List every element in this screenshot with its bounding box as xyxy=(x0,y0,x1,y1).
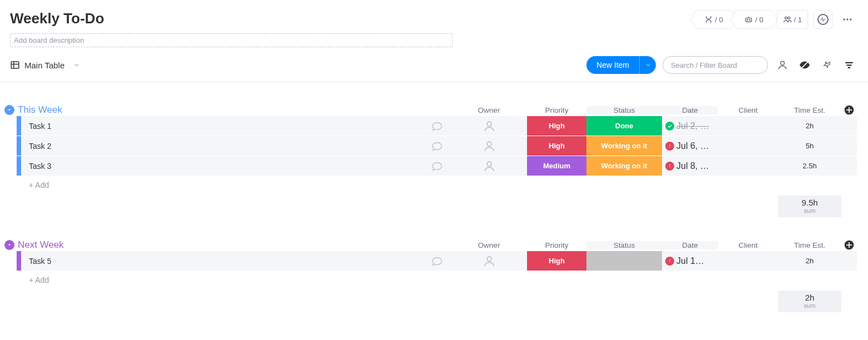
chat-button[interactable] xyxy=(423,156,451,176)
chat-icon xyxy=(431,255,443,267)
automations-badge[interactable]: / 0 xyxy=(736,10,771,29)
group-title[interactable]: Next Week xyxy=(18,239,64,251)
date-value: Jul 8, … xyxy=(676,161,709,171)
column-header-priority[interactable]: Priority xyxy=(527,241,586,249)
add-column-button[interactable] xyxy=(841,239,857,251)
table-row[interactable]: Task 3 Medium Working on it Jul 8, … 2.5… xyxy=(17,156,857,176)
sum-value: 2h xyxy=(778,293,841,302)
more-options-button[interactable] xyxy=(838,10,857,29)
client-cell[interactable] xyxy=(718,116,778,136)
table-row[interactable]: Task 5 High Jul 1… 2h xyxy=(17,251,857,271)
client-cell[interactable] xyxy=(718,136,778,156)
filter-button[interactable] xyxy=(841,57,857,73)
task-name-cell[interactable]: Task 1 xyxy=(21,116,423,136)
status-cell[interactable]: Done xyxy=(586,116,662,136)
column-header-date[interactable]: Date xyxy=(662,106,718,114)
group-collapse-button[interactable] xyxy=(4,240,14,250)
column-header-owner[interactable]: Owner xyxy=(451,241,527,249)
chevron-down-icon xyxy=(7,107,12,113)
status-cell[interactable]: Working on it xyxy=(586,156,662,176)
group-collapse-button[interactable] xyxy=(4,105,14,115)
date-cell[interactable]: Jul 8, … xyxy=(662,156,718,176)
priority-cell[interactable]: High xyxy=(527,136,586,156)
svg-point-4 xyxy=(787,17,790,19)
owner-cell[interactable] xyxy=(451,156,527,176)
activity-icon xyxy=(817,14,829,25)
svg-point-5 xyxy=(844,18,845,20)
svg-rect-25 xyxy=(846,244,852,246)
svg-rect-12 xyxy=(848,67,851,68)
column-header-time[interactable]: Time Est. xyxy=(778,241,841,249)
chat-icon xyxy=(431,120,443,132)
task-name-cell[interactable]: Task 2 xyxy=(21,136,423,156)
date-cell[interactable]: Jul 1… xyxy=(662,251,718,271)
status-cell[interactable]: Working on it xyxy=(586,136,662,156)
time-cell[interactable]: 2.5h xyxy=(778,156,841,176)
table-row[interactable]: Task 1 High Done Jul 2, … 2h xyxy=(17,116,857,136)
time-cell[interactable]: 2h xyxy=(778,116,841,136)
priority-cell[interactable]: High xyxy=(527,251,586,271)
time-cell[interactable]: 2h xyxy=(778,251,841,271)
date-cell[interactable]: Jul 6, … xyxy=(662,136,718,156)
person-icon xyxy=(777,59,788,71)
person-filter-button[interactable] xyxy=(775,57,790,73)
column-header-client[interactable]: Client xyxy=(718,241,778,249)
date-status-icon xyxy=(665,122,674,131)
add-item-row[interactable]: + Add xyxy=(17,176,857,194)
group-title[interactable]: This Week xyxy=(18,104,62,116)
date-cell[interactable]: Jul 2, … xyxy=(662,116,718,136)
date-status-icon xyxy=(665,142,674,151)
priority-cell[interactable]: High xyxy=(527,116,586,136)
pin-button[interactable] xyxy=(819,57,835,73)
activity-badge[interactable] xyxy=(814,10,832,29)
column-header-status[interactable]: Status xyxy=(586,241,662,249)
client-cell[interactable] xyxy=(718,251,778,271)
search-input[interactable]: Search / Filter Board xyxy=(663,56,768,74)
table-row[interactable]: Task 2 High Working on it Jul 6, … 5h xyxy=(17,136,857,156)
chat-button[interactable] xyxy=(423,251,451,271)
chat-button[interactable] xyxy=(423,116,451,136)
priority-cell[interactable]: Medium xyxy=(527,156,586,176)
column-header-client[interactable]: Client xyxy=(718,106,778,114)
column-header-status[interactable]: Status xyxy=(586,106,662,114)
svg-rect-10 xyxy=(845,62,853,63)
client-cell[interactable] xyxy=(718,156,778,176)
owner-cell[interactable] xyxy=(451,136,527,156)
column-header-priority[interactable]: Priority xyxy=(527,106,586,114)
svg-rect-28 xyxy=(670,262,670,262)
task-name-cell[interactable]: Task 3 xyxy=(21,156,423,176)
owner-cell[interactable] xyxy=(451,116,527,136)
row-color-strip xyxy=(17,136,21,156)
person-icon xyxy=(483,119,496,133)
view-label: Main Table xyxy=(24,61,64,70)
view-selector[interactable]: Main Table xyxy=(10,60,80,70)
column-header-time[interactable]: Time Est. xyxy=(778,106,841,114)
chat-button[interactable] xyxy=(423,136,451,156)
svg-rect-15 xyxy=(846,109,852,111)
time-cell[interactable]: 5h xyxy=(778,136,841,156)
chevron-down-icon xyxy=(645,62,651,68)
hide-button[interactable] xyxy=(797,57,812,73)
column-header-date[interactable]: Date xyxy=(662,241,718,249)
status-cell[interactable] xyxy=(586,251,662,271)
add-item-label: + Add xyxy=(21,276,506,284)
row-color-strip xyxy=(17,156,21,176)
column-header-owner[interactable]: Owner xyxy=(451,106,527,114)
table-icon xyxy=(10,60,20,70)
owner-cell[interactable] xyxy=(451,251,527,271)
add-item-row[interactable]: + Add xyxy=(17,271,857,289)
time-sum-cell: 2h sum xyxy=(778,291,841,312)
new-item-dropdown[interactable] xyxy=(639,56,656,74)
dots-icon xyxy=(842,14,853,25)
chat-icon xyxy=(431,160,443,172)
sum-label: sum xyxy=(778,302,841,309)
board-title[interactable]: Weekly To-Do xyxy=(10,10,104,27)
row-color-strip xyxy=(17,116,21,136)
members-badge[interactable]: / 1 xyxy=(777,10,808,29)
board-description-input[interactable]: Add board description xyxy=(10,33,453,47)
integrations-badge[interactable]: / 0 xyxy=(696,10,731,29)
sum-label: sum xyxy=(778,207,841,214)
task-name-cell[interactable]: Task 5 xyxy=(21,251,423,271)
add-column-button[interactable] xyxy=(841,104,857,116)
new-item-button[interactable]: New Item xyxy=(586,56,656,74)
